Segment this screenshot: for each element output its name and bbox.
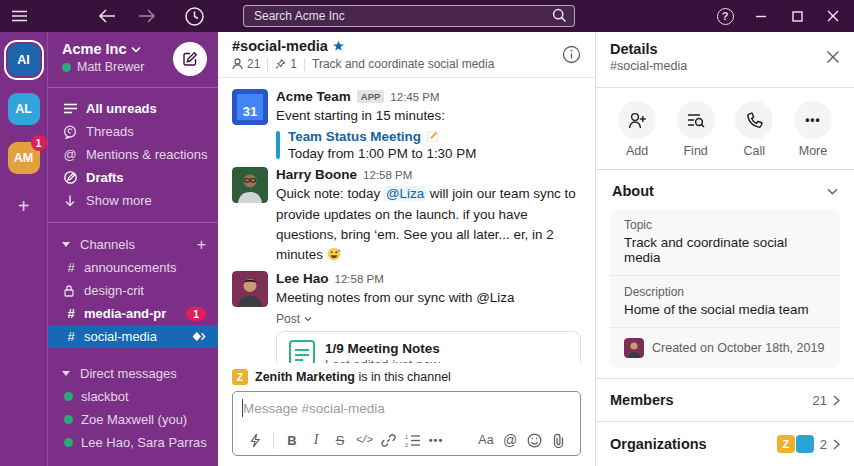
post-attachment-card[interactable]: 1/9 Meeting Notes Last edited just now (276, 331, 581, 363)
topic-section[interactable]: Topic Track and coordinate social media (610, 209, 840, 276)
code-button[interactable]: </> (352, 428, 376, 452)
message-timestamp[interactable]: 12:58 PM (335, 273, 384, 287)
add-people-button[interactable]: Add (618, 101, 656, 158)
maximize-button[interactable] (784, 3, 810, 29)
channel-name[interactable]: #social-media (232, 38, 328, 54)
sidebar-item-mentions-reactions[interactable]: @ Mentions & reactions (48, 143, 218, 166)
member-count[interactable]: 21 (232, 57, 260, 71)
description-section[interactable]: Description Home of the social media tea… (610, 276, 840, 328)
about-section-header[interactable]: About (596, 170, 854, 209)
sidebar-item-show-more[interactable]: Show more (48, 189, 218, 212)
message-lee-hao: Lee Hao 12:58 PM Meeting notes from our … (218, 267, 595, 328)
add-workspace-button[interactable]: + (18, 196, 30, 216)
drafts-icon (62, 171, 78, 184)
message-composer[interactable]: B I S </> 12 ••• Aa @ (232, 391, 581, 456)
more-formatting-button[interactable]: ••• (424, 428, 448, 452)
created-text: Created on October 18th, 2019 (652, 341, 824, 355)
message-timestamp[interactable]: 12:45 PM (390, 91, 439, 105)
harry-boone-avatar[interactable] (232, 167, 268, 203)
app-menu-icon[interactable] (12, 10, 27, 22)
minimize-button[interactable] (748, 3, 774, 29)
post-document-icon (289, 340, 315, 363)
italic-button[interactable]: I (304, 428, 328, 452)
shortcuts-lightning-icon[interactable] (243, 428, 267, 452)
message-sender[interactable]: Lee Hao (276, 271, 329, 287)
history-icon[interactable] (184, 6, 205, 27)
bold-button[interactable]: B (280, 428, 304, 452)
app-badge: APP (357, 90, 385, 103)
channels-section-header[interactable]: Channels + (48, 233, 218, 256)
message-timestamp[interactable]: 12:58 PM (363, 169, 412, 183)
details-title: Details (610, 41, 840, 57)
text-format-button[interactable]: Aa (474, 428, 498, 452)
chevron-down-icon (131, 46, 141, 53)
message-input[interactable] (233, 392, 580, 425)
strikethrough-button[interactable]: S (328, 428, 352, 452)
more-actions-button[interactable]: ••• More (794, 101, 832, 158)
emoji-button[interactable] (522, 428, 546, 452)
back-button[interactable] (98, 9, 116, 23)
topic-value: Track and coordinate social media (624, 235, 826, 265)
sidebar-channel-social-media[interactable]: # social-media (48, 325, 218, 348)
close-details-button[interactable] (826, 50, 840, 64)
close-window-button[interactable] (820, 3, 846, 29)
canvas-diamond-icon (193, 331, 206, 342)
chevron-right-icon (833, 439, 840, 450)
workspace-switcher-acme-inc[interactable]: AI (8, 44, 40, 76)
search-bar[interactable] (243, 5, 575, 27)
channel-topic[interactable]: Track and coordinate social media (312, 57, 494, 71)
person-add-icon (628, 112, 647, 129)
workspace-switcher-am[interactable]: AM 1 (8, 142, 40, 174)
call-button[interactable]: Call (735, 101, 773, 158)
user-mention[interactable]: @Liza (384, 186, 426, 201)
channel-info-button[interactable] (562, 45, 581, 64)
event-link[interactable]: Team Status Meeting (288, 129, 421, 144)
workspace-switcher-al[interactable]: AL (8, 93, 40, 125)
sidebar-item-all-unreads[interactable]: All unreads (48, 97, 218, 120)
channel-header: #social-media ★ 21 1 Track and coordinat… (218, 32, 595, 78)
current-user-name: Matt Brewer (77, 60, 144, 74)
add-channel-button[interactable]: + (197, 236, 206, 254)
post-type-label[interactable]: Post (276, 312, 581, 326)
composer-toolbar: B I S </> 12 ••• Aa @ (233, 425, 580, 455)
sidebar-dm-lee-hao-sara-parras[interactable]: Lee Hao, Sara Parras (48, 431, 218, 454)
message-sender[interactable]: Harry Boone (276, 167, 357, 183)
about-card: Topic Track and coordinate social media … (610, 209, 840, 368)
sidebar-item-drafts[interactable]: Drafts (48, 166, 218, 189)
arrow-down-icon (62, 195, 78, 207)
help-button[interactable]: ? (712, 3, 738, 29)
message-sender[interactable]: Acme Team (276, 89, 351, 105)
sidebar-item-threads[interactable]: Threads (48, 120, 218, 143)
search-input[interactable] (243, 5, 575, 27)
sidebar-channel-announcements[interactable]: # announcements (48, 256, 218, 279)
sidebar-divider (48, 222, 218, 223)
new-message-button[interactable] (173, 42, 207, 76)
ordered-list-button[interactable]: 12 (400, 428, 424, 452)
workspace-rail: AI AL AM 1 + (0, 32, 48, 466)
attachment-title[interactable]: 1/9 Meeting Notes (325, 341, 440, 356)
organizations-row[interactable]: Organizations Z 2 (596, 422, 854, 466)
creator-avatar (624, 338, 644, 358)
mention-button[interactable]: @ (498, 428, 522, 452)
workspace-header[interactable]: Acme Inc Matt Brewer (48, 32, 218, 88)
svg-text:1: 1 (405, 434, 408, 440)
sidebar-channel-design-crit[interactable]: design-crit (48, 279, 218, 302)
pinned-count[interactable]: 1 (275, 57, 297, 71)
hash-icon: # (64, 260, 78, 275)
section-caret-icon (62, 371, 70, 376)
forward-button[interactable] (138, 9, 156, 23)
find-button[interactable]: Find (677, 101, 715, 158)
sidebar-channel-media-and-pr[interactable]: # media-and-pr 1 (48, 302, 218, 325)
star-icon[interactable]: ★ (333, 39, 344, 53)
acme-team-app-avatar[interactable]: 31 (232, 89, 268, 125)
workspace-name: Acme Inc (62, 41, 126, 57)
members-row[interactable]: Members 21 (596, 379, 854, 421)
threads-icon (62, 125, 78, 139)
lee-hao-avatar[interactable] (232, 271, 268, 307)
dm-section-header[interactable]: Direct messages (48, 362, 218, 385)
section-caret-icon (62, 242, 70, 247)
sidebar-dm-zoe-maxwell[interactable]: Zoe Maxwell (you) (48, 408, 218, 431)
attach-file-button[interactable] (546, 428, 570, 452)
sidebar-dm-slackbot[interactable]: slackbot (48, 385, 218, 408)
link-button[interactable] (376, 428, 400, 452)
